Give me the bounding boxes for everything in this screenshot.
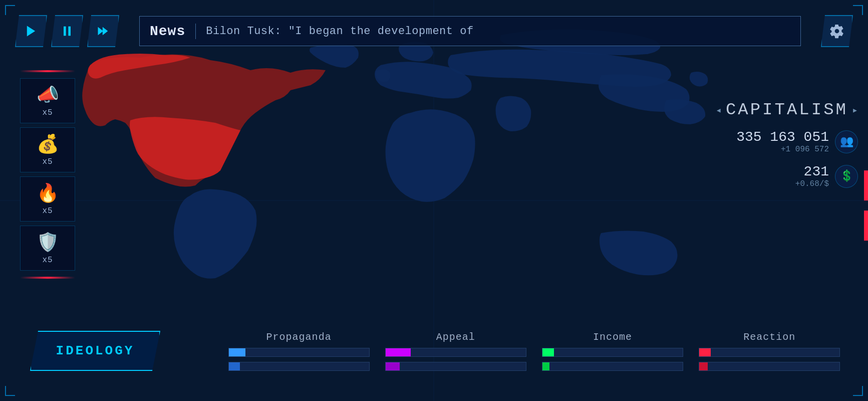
left-sidebar: 📣 x5 💰 x5 🔥 x5 🛡️ x5 [20, 70, 75, 279]
bottom-stats: Propaganda Appeal Income Reaction [220, 331, 848, 371]
reaction-fill-2 [699, 362, 708, 370]
income-label: Income [593, 331, 632, 343]
corner-decoration-tr [853, 5, 863, 15]
sidebar-top-border [20, 70, 75, 72]
chevron-right-icon: ▸ [852, 104, 858, 116]
corner-decoration-tl [5, 5, 15, 15]
tool-flame[interactable]: 🔥 x5 [20, 176, 75, 222]
appeal-fill-2 [386, 362, 400, 370]
reaction-fill-1 [699, 348, 710, 356]
megaphone-icon: 📣 [37, 84, 59, 106]
propaganda-stat: Propaganda [220, 331, 377, 371]
appeal-bar-1 [385, 348, 526, 357]
svg-rect-5 [68, 27, 71, 36]
tool-money-bag[interactable]: 💰 x5 [20, 127, 75, 172]
flame-icon: 🔥 [37, 182, 59, 205]
corner-decoration-bl [5, 386, 15, 396]
reaction-bar-1 [699, 348, 840, 357]
news-bar: News Bilon Tusk: "I began the developmen… [139, 16, 801, 46]
news-text: Bilon Tusk: "I began the development of [206, 25, 473, 38]
fast-forward-button[interactable] [87, 15, 119, 47]
followers-delta: +1 096 572 [736, 145, 829, 154]
propaganda-fill-1 [229, 348, 246, 356]
sidebar-bottom-border [20, 277, 75, 279]
propaganda-fill-2 [229, 362, 240, 370]
propaganda-label: Propaganda [266, 331, 332, 343]
followers-value: 335 163 051 [736, 129, 829, 145]
pause-button[interactable] [51, 15, 83, 47]
money-delta: +0.68/$ [795, 179, 829, 188]
capitalism-title: CAPITALISM [726, 100, 848, 119]
play-button[interactable] [15, 15, 47, 47]
right-accent-bar-2 [864, 211, 868, 241]
tool-shield-count: x5 [42, 256, 53, 265]
chevron-left-icon: ◂ [716, 104, 722, 116]
appeal-bar-2 [385, 362, 526, 371]
svg-marker-7 [103, 27, 108, 35]
corner-decoration-br [853, 386, 863, 396]
followers-stat-row: 335 163 051 +1 096 572 👥 [736, 129, 858, 154]
tool-shield[interactable]: 🛡️ x5 [20, 226, 75, 271]
tool-flame-count: x5 [42, 207, 53, 216]
reaction-stat: Reaction [691, 331, 848, 371]
money-stat-row: 231 +0.68/$ 💲 [795, 164, 858, 188]
settings-button[interactable] [821, 15, 853, 47]
appeal-stat: Appeal [377, 331, 534, 371]
shield-icon: 🛡️ [37, 232, 59, 254]
money-value: 231 [804, 164, 829, 179]
money-icon: 💲 [835, 165, 858, 188]
svg-marker-3 [27, 26, 35, 37]
tool-megaphone-count: x5 [42, 108, 53, 117]
top-bar: News Bilon Tusk: "I began the developmen… [0, 15, 868, 47]
income-bar-2 [542, 362, 683, 371]
svg-marker-6 [98, 27, 104, 35]
playback-controls [15, 15, 119, 47]
income-fill-2 [542, 362, 549, 370]
propaganda-bar-1 [228, 348, 370, 357]
ideology-button[interactable]: IDEOLOGY [30, 331, 160, 371]
tool-money-count: x5 [42, 157, 53, 166]
right-accent-bar-1 [864, 170, 868, 200]
ideology-label: IDEOLOGY [56, 343, 135, 358]
appeal-fill-1 [386, 348, 411, 356]
appeal-label: Appeal [436, 331, 475, 343]
followers-icon: 👥 [835, 130, 858, 153]
reaction-label: Reaction [743, 331, 795, 343]
money-bag-icon: 💰 [37, 133, 59, 155]
reaction-bar-2 [699, 362, 840, 371]
right-panel: ◂ CAPITALISM ▸ 335 163 051 +1 096 572 👥 … [716, 100, 858, 188]
propaganda-bar-2 [228, 362, 370, 371]
svg-rect-4 [64, 27, 66, 36]
income-bar-1 [542, 348, 683, 357]
income-fill-1 [542, 348, 553, 356]
income-stat: Income [534, 331, 691, 371]
news-label: News [150, 24, 196, 39]
tool-megaphone[interactable]: 📣 x5 [20, 78, 75, 123]
